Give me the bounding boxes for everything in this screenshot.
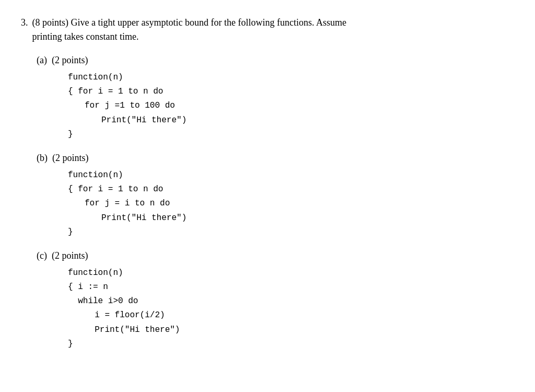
code-line-a-5: }	[68, 128, 514, 142]
code-line-a-4: Print("Hi there")	[68, 113, 514, 128]
problem-header: 3. (8 points) Give a tight upper asympto…	[21, 16, 514, 44]
problem-container: 3. (8 points) Give a tight upper asympto…	[21, 16, 514, 351]
sub-label-a: (a)	[37, 55, 47, 65]
code-line-a-1: function(n)	[68, 71, 514, 85]
code-line-a-3: for j =1 to 100 do	[68, 99, 514, 113]
code-line-b-5: }	[68, 225, 514, 239]
code-line-c-5: Print("Hi there")	[68, 323, 514, 337]
code-line-c-3: while i>0 do	[68, 294, 514, 308]
sub-problem-c: (c) (2 points) function(n) { i := n whil…	[37, 249, 514, 351]
code-line-b-1: function(n)	[68, 168, 514, 182]
code-block-b: function(n) { for i = 1 to n do for j = …	[68, 168, 514, 239]
sub-points-a: (2 points)	[52, 55, 88, 65]
sub-points-c: (2 points)	[52, 250, 88, 261]
problem-number: 3.	[21, 16, 28, 44]
code-line-c-2: { i := n	[68, 280, 514, 294]
code-block-a: function(n) { for i = 1 to n do for j =1…	[68, 71, 514, 142]
problem-description-line2: printing takes constant time.	[32, 31, 139, 42]
sub-problem-a-header: (a) (2 points)	[37, 53, 514, 67]
sub-problem-b: (b) (2 points) function(n) { for i = 1 t…	[37, 151, 514, 239]
sub-problem-c-header: (c) (2 points)	[37, 249, 514, 263]
code-line-c-1: function(n)	[68, 266, 514, 280]
sub-label-c: (c)	[37, 250, 47, 261]
sub-label-b: (b)	[37, 153, 48, 163]
code-line-b-2: { for i = 1 to n do	[68, 182, 514, 197]
problem-description-line1: (8 points) Give a tight upper asymptotic…	[32, 17, 346, 28]
sub-problem-a: (a) (2 points) function(n) { for i = 1 t…	[37, 53, 514, 142]
code-block-c: function(n) { i := n while i>0 do i = fl…	[68, 266, 514, 351]
code-line-b-3: for j = i to n do	[68, 197, 514, 211]
code-line-c-4: i = floor(i/2)	[68, 308, 514, 322]
sub-problem-b-header: (b) (2 points)	[37, 151, 514, 165]
code-line-b-4: Print("Hi there")	[68, 211, 514, 225]
code-line-a-2: { for i = 1 to n do	[68, 85, 514, 99]
code-line-c-6: }	[68, 337, 514, 351]
sub-points-b: (2 points)	[52, 153, 89, 163]
